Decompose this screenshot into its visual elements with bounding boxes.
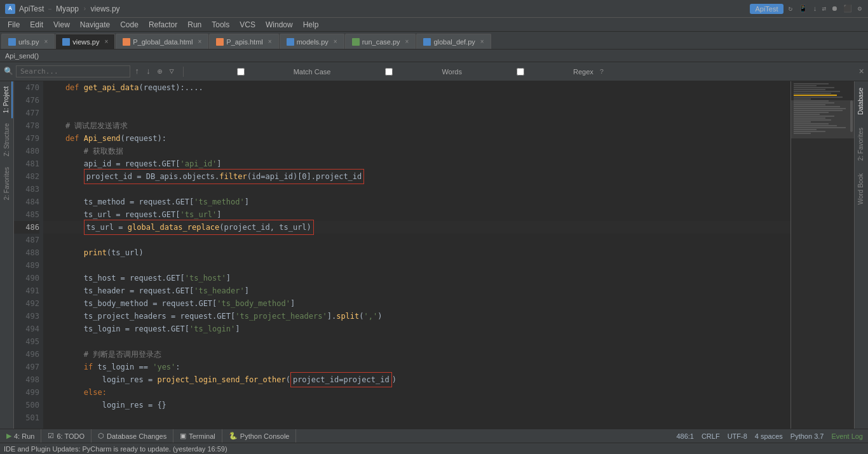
scrollbar-thumb[interactable] [850, 100, 853, 132]
menu-navigate[interactable]: Navigate [75, 19, 115, 30]
filter-icon[interactable]: ▽ [166, 67, 176, 76]
code-line-485: ts_url = request.GET['ts_url'] [43, 208, 790, 221]
db-label: Database Changes [107, 432, 166, 440]
words-checkbox[interactable] [338, 68, 440, 76]
tab-views-py[interactable]: views.py × [55, 34, 115, 49]
tab-label: P_global_data.html [133, 38, 193, 46]
tab-close-apis[interactable]: × [268, 38, 272, 45]
tab-favorites[interactable]: 2: Favorites [1, 162, 12, 205]
run-label: 4: Run [14, 432, 34, 440]
tab-database[interactable]: Database [855, 81, 868, 121]
menu-vcs[interactable]: VCS [234, 19, 261, 30]
line-num: 477 [14, 107, 39, 119]
tab-project[interactable]: 1: Project [1, 81, 13, 118]
tab-close-views[interactable]: × [104, 38, 108, 45]
search-input[interactable] [16, 65, 130, 77]
regex-option[interactable]: Regex [470, 68, 593, 76]
toolbar-stop[interactable]: ⬛ [843, 4, 852, 13]
menu-help[interactable]: Help [298, 19, 324, 30]
help-btn[interactable]: ? [600, 68, 604, 76]
indent: 4 spaces [755, 432, 783, 440]
code-line-487 [43, 234, 790, 246]
py-icon [62, 38, 70, 46]
project-dropdown[interactable]: ApiTest [750, 4, 783, 14]
tab-close-global[interactable]: × [198, 38, 201, 45]
line-num: 487 [14, 234, 39, 246]
line-num: 478 [14, 119, 39, 132]
line-num: 497 [14, 361, 39, 373]
menu-window[interactable]: Window [261, 19, 298, 30]
search-highlight-btn[interactable]: ⊕ [156, 67, 165, 77]
tab-db-changes[interactable]: ⬡ Database Changes [92, 429, 173, 443]
tab-models-py[interactable]: models.py × [280, 34, 344, 49]
menu-view[interactable]: View [48, 19, 75, 30]
menu-run[interactable]: Run [182, 19, 207, 30]
tab-favorites-right[interactable]: 2: Favorites [855, 121, 868, 167]
tab-close-models[interactable]: × [334, 38, 337, 45]
event-log[interactable]: Event Log [831, 432, 863, 440]
line-numbers: 470 476 477 478 479 480 481 482 483 484 … [14, 81, 43, 429]
tab-close-run[interactable]: × [405, 38, 409, 45]
code-line-499: else: [43, 386, 790, 399]
tab-todo[interactable]: ☑ 6: TODO [41, 429, 92, 443]
tab-p-apis-html[interactable]: P_apis.html × [209, 34, 278, 49]
tab-p-global-html[interactable]: P_global_data.html × [116, 34, 208, 49]
code-line-486: ts_url = global_datas_replace(project_id… [43, 221, 790, 234]
tab-urls-py[interactable]: urls.py × [1, 34, 55, 49]
code-line-490: ts_host = request.GET['ts_host'] [43, 272, 790, 284]
menu-tools[interactable]: Tools [207, 19, 234, 30]
search-next-btn[interactable]: ↓ [144, 67, 153, 76]
search-prev-btn[interactable]: ↑ [133, 67, 142, 76]
breadcrumb-bar: Api_send() [0, 50, 868, 62]
toolbar-android[interactable]: 📱 [799, 4, 808, 13]
toolbar-git2[interactable]: ⇄ [822, 4, 827, 13]
code-line-496: # 判断是否调用登录态 [43, 348, 790, 361]
regex-checkbox[interactable] [470, 68, 571, 76]
toolbar-settings[interactable]: ⚙ [857, 4, 862, 13]
toolbar-git[interactable]: ↓ [813, 5, 817, 13]
line-num: 482 [14, 170, 39, 183]
regex-label: Regex [573, 68, 593, 76]
todo-icon: ☑ [48, 432, 54, 440]
divider [183, 67, 184, 77]
encoding: UTF-8 [728, 432, 747, 440]
app-window: A ApiTest – Myapp › views.py ApiTest ↻ 📱… [0, 0, 868, 454]
menu-code[interactable]: Code [115, 19, 144, 30]
tab-close-urls[interactable]: × [44, 38, 48, 45]
info-bar: IDE and Plugin Updates: PyCharm is ready… [0, 443, 868, 454]
menu-refactor[interactable]: Refactor [144, 19, 182, 30]
match-case-checkbox[interactable] [190, 68, 292, 76]
py-icon [423, 38, 431, 46]
code-line-481: api_id = request.GET['api_id'] [43, 157, 790, 170]
tab-label: run_case.py [362, 38, 400, 46]
code-editor[interactable]: def get_api_data(request):.... # 调试层发送请求… [43, 81, 790, 429]
menu-edit[interactable]: Edit [25, 19, 48, 30]
python-icon: 🐍 [229, 432, 238, 440]
search-close-btn[interactable]: × [859, 67, 864, 77]
code-line-470: def get_api_data(request):.... [43, 81, 790, 94]
line-num: 496 [14, 348, 39, 361]
match-case-option[interactable]: Match Case [190, 68, 331, 76]
words-option[interactable]: Words [338, 68, 462, 76]
line-num: 501 [14, 411, 39, 424]
cursor-pos: 486:1 [676, 432, 694, 440]
tab-terminal[interactable]: ▣ Terminal [173, 429, 222, 443]
code-line-482: project_id = DB_apis.objects.filter(id=a… [43, 170, 790, 183]
tab-global-def-py[interactable]: global_def.py × [416, 34, 491, 49]
terminal-icon: ▣ [180, 432, 186, 440]
code-line-477 [43, 107, 790, 119]
title-separator: – [48, 5, 52, 13]
tab-run-case-py[interactable]: run_case.py × [345, 34, 416, 49]
python-label: Python Console [240, 432, 290, 440]
tab-run[interactable]: ▶ 4: Run [0, 429, 41, 443]
tab-python-console[interactable]: 🐍 Python Console [222, 429, 297, 443]
toolbar-refresh[interactable]: ↻ [789, 4, 793, 13]
title-bar: A ApiTest – Myapp › views.py ApiTest ↻ 📱… [0, 0, 868, 18]
tab-structure[interactable]: Z: Structure [1, 118, 12, 161]
menu-file[interactable]: File [3, 19, 25, 30]
editor-layout: 1: Project Z: Structure 2: Favorites 470… [0, 81, 868, 429]
code-line-479: def Api_send(request): [43, 132, 790, 145]
tab-wordbook[interactable]: Word Book [855, 167, 868, 211]
toolbar-rec[interactable]: ⏺ [831, 4, 838, 13]
tab-close-globaldef[interactable]: × [480, 38, 484, 45]
